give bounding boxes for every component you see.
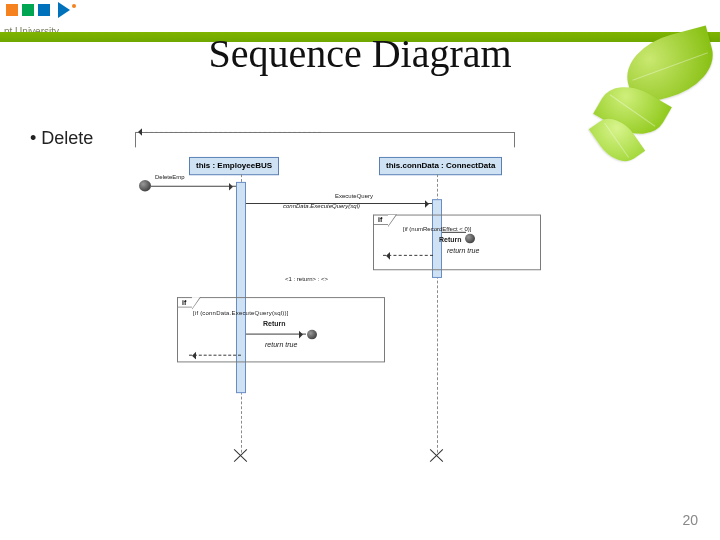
return-within-frag1 — [383, 255, 433, 256]
msg-executequery-label: ExecuteQuery — [335, 193, 373, 199]
msg-executequery-expr: connData.ExecuteQuery(sql) — [283, 203, 360, 209]
actor-call-label: DeleteEmp — [155, 174, 185, 180]
lifeline-destroy-icon — [234, 449, 248, 462]
fpt-logo — [6, 2, 70, 18]
bullet-delete: Delete — [30, 128, 93, 149]
slide: pt University Sequence Diagram Delete th… — [0, 0, 720, 540]
logo-square-green — [22, 4, 34, 16]
fragment-if-1-return-kw: Return — [439, 237, 462, 244]
system-frame — [135, 132, 515, 147]
return-endpoint-icon — [307, 330, 317, 340]
fragment-if-2-return-kw: Return — [263, 320, 286, 327]
return-endpoint-line — [442, 232, 466, 233]
sequence-diagram: this : EmployeeBUS this.connData : Conne… — [135, 132, 575, 458]
fragment-if-2-label: if — [177, 297, 192, 308]
lifeline-destroy-icon — [430, 449, 444, 462]
return-line-frag2 — [246, 334, 306, 335]
logo-square-orange — [6, 4, 18, 16]
page-number: 20 — [682, 512, 698, 528]
fragment-if-1-label: if — [373, 215, 388, 226]
logo-triangle-icon — [58, 2, 70, 18]
actor-call-arrow — [151, 186, 236, 187]
return-dash-frag2 — [189, 355, 241, 356]
fragment-if-1-return-val: return true — [447, 247, 479, 254]
lifeline-head-connectdata: this.connData : ConnectData — [379, 157, 502, 175]
logo-dot-icon — [72, 4, 76, 8]
actor-icon — [139, 180, 151, 192]
return-endpoint-icon — [465, 234, 475, 244]
fragment-if-2: if — [177, 297, 385, 362]
lifeline-head-employeebus: this : EmployeeBUS — [189, 157, 279, 175]
leaf-decoration — [570, 28, 720, 178]
fragment-if-2-guard: [if (connData.ExecuteQuery(sql))] — [193, 311, 289, 317]
fragment-if-2-return-val: return true — [265, 341, 297, 348]
msg-return-to-emp-label: <1 : return> : <> — [285, 276, 328, 282]
logo-square-blue — [38, 4, 50, 16]
